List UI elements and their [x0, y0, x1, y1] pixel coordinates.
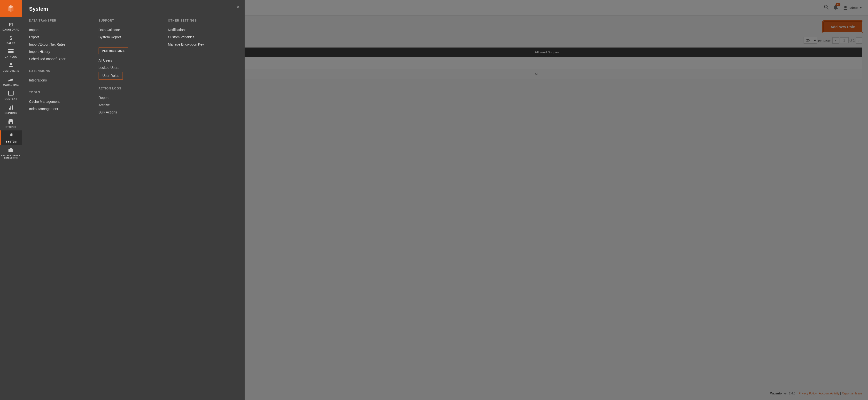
svg-point-7 — [10, 63, 12, 65]
section-title-support: Support — [99, 19, 163, 22]
menu-item-notifications[interactable]: Notifications — [168, 26, 232, 33]
content-icon — [8, 91, 13, 97]
menu-item-custom-vars[interactable]: Custom Variables — [168, 33, 232, 41]
sidebar: ⊡ DASHBOARD $ SALES CATALOG CUSTOMERS MA… — [0, 0, 22, 400]
menu-item-locked-users[interactable]: Locked Users — [99, 64, 163, 71]
svg-rect-15 — [12, 106, 13, 110]
sales-icon: $ — [9, 35, 12, 41]
menu-col-2: Support Data Collector System Report Per… — [99, 19, 168, 116]
system-menu-close-button[interactable]: × — [237, 4, 240, 10]
catalog-icon — [8, 49, 13, 55]
sidebar-item-label: SYSTEM — [6, 140, 17, 143]
system-menu-title: System — [29, 6, 237, 12]
sidebar-item-sales[interactable]: $ SALES — [0, 33, 22, 47]
sidebar-item-system[interactable]: SYSTEM — [0, 131, 22, 145]
reports-icon — [8, 105, 13, 111]
dashboard-icon: ⊡ — [9, 22, 13, 27]
menu-item-import-history[interactable]: Import History — [29, 48, 94, 55]
system-menu: System × Data Transfer Import Export Imp… — [22, 0, 245, 400]
svg-rect-4 — [8, 49, 13, 50]
system-icon — [9, 133, 14, 139]
menu-item-data-collector[interactable]: Data Collector — [99, 26, 163, 33]
menu-item-action-report[interactable]: Report — [99, 94, 163, 101]
menu-col-1: Data Transfer Import Export Import/Expor… — [29, 19, 99, 116]
sidebar-item-find[interactable]: FIND PARTNERS & EXTENSIONS — [0, 145, 22, 161]
menu-item-import[interactable]: Import — [29, 26, 94, 33]
sidebar-item-label: REPORTS — [5, 112, 17, 114]
sidebar-item-customers[interactable]: CUSTOMERS — [0, 60, 22, 74]
sidebar-logo[interactable] — [0, 0, 22, 17]
sidebar-divider — [4, 18, 18, 18]
menu-item-export[interactable]: Export — [29, 33, 94, 41]
menu-item-system-report[interactable]: System Report — [99, 33, 163, 41]
sidebar-item-label: CONTENT — [5, 98, 17, 101]
menu-col-3: Other Settings Notifications Custom Vari… — [168, 19, 237, 116]
menu-item-integrations[interactable]: Integrations — [29, 77, 94, 84]
sidebar-item-catalog[interactable]: CATALOG — [0, 47, 22, 60]
menu-item-user-roles[interactable]: User Roles — [99, 72, 123, 80]
marketing-icon — [8, 77, 13, 83]
sidebar-item-stores[interactable]: STORES — [0, 116, 22, 131]
svg-rect-17 — [10, 122, 11, 124]
main-area: 39 admin ▼ Add New Role 20 50 100 — [22, 0, 868, 400]
sidebar-item-label: FIND PARTNERS & EXTENSIONS — [1, 154, 21, 159]
menu-item-all-users[interactable]: All Users — [99, 57, 163, 64]
find-icon — [8, 147, 13, 153]
stores-icon — [8, 119, 13, 125]
sidebar-item-dashboard[interactable]: ⊡ DASHBOARD — [0, 19, 22, 33]
sidebar-item-label: MARKETING — [3, 84, 19, 86]
sidebar-item-label: DASHBOARD — [2, 28, 20, 31]
menu-item-tax-rates[interactable]: Import/Export Tax Rates — [29, 41, 94, 48]
sidebar-item-label: SALES — [6, 42, 15, 45]
sidebar-item-content[interactable]: CONTENT — [0, 88, 22, 102]
sidebar-item-label: CUSTOMERS — [3, 69, 19, 72]
svg-rect-19 — [8, 149, 13, 152]
sidebar-item-reports[interactable]: REPORTS — [0, 102, 22, 116]
menu-columns: Data Transfer Import Export Import/Expor… — [29, 19, 237, 116]
sidebar-item-marketing[interactable]: MARKETING — [0, 74, 22, 88]
menu-item-index[interactable]: Index Management — [29, 105, 94, 113]
customers-icon — [8, 62, 13, 68]
svg-rect-12 — [9, 94, 11, 94]
svg-rect-6 — [8, 52, 13, 53]
section-title-action-logs: Action Logs — [99, 87, 163, 90]
menu-item-bulk-actions[interactable]: Bulk Actions — [99, 109, 163, 116]
menu-item-scheduled[interactable]: Scheduled Import/Export — [29, 55, 94, 62]
svg-rect-14 — [10, 107, 11, 110]
section-title-tools: Tools — [29, 91, 94, 94]
svg-rect-10 — [9, 92, 12, 92]
svg-rect-8 — [8, 80, 9, 82]
svg-rect-20 — [10, 148, 12, 149]
svg-rect-5 — [8, 51, 13, 52]
svg-rect-13 — [9, 108, 10, 110]
section-title-data-transfer: Data Transfer — [29, 19, 94, 22]
section-title-extensions: Extensions — [29, 69, 94, 73]
section-title-other-settings: Other Settings — [168, 19, 232, 22]
menu-item-encryption[interactable]: Manage Encryption Key — [168, 41, 232, 48]
sidebar-item-label: STORES — [6, 126, 16, 128]
menu-item-cache[interactable]: Cache Management — [29, 98, 94, 105]
section-title-permissions: Permissions — [99, 48, 128, 54]
menu-item-archive[interactable]: Archive — [99, 101, 163, 109]
svg-rect-11 — [9, 93, 12, 93]
sidebar-item-label: CATALOG — [5, 56, 17, 58]
